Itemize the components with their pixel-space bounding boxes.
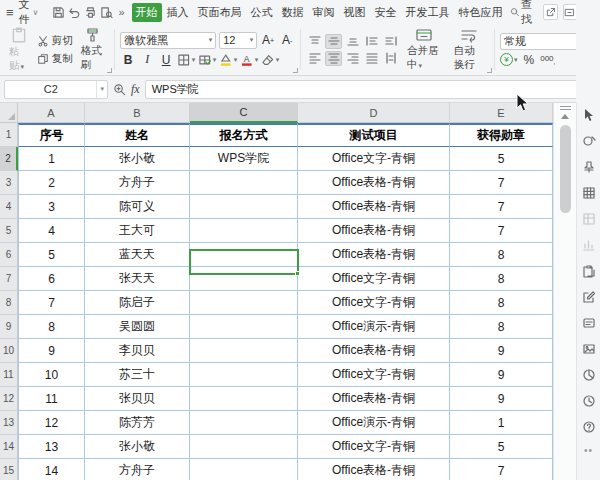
- cell[interactable]: 1: [450, 411, 553, 435]
- currency-format-icon[interactable]: ¥▾: [500, 53, 518, 66]
- cell[interactable]: 5: [450, 435, 553, 459]
- cell-a2[interactable]: 1: [18, 147, 85, 171]
- distributed-icon[interactable]: [382, 51, 399, 66]
- tab-dev-tools[interactable]: 开发工具: [402, 3, 454, 22]
- cell[interactable]: [190, 339, 298, 363]
- cell[interactable]: [190, 411, 298, 435]
- shapes-icon[interactable]: [581, 133, 596, 148]
- cell[interactable]: 5: [18, 243, 85, 267]
- tab-review[interactable]: 审阅: [309, 3, 339, 22]
- tab-home[interactable]: 开始: [132, 3, 162, 22]
- cell[interactable]: 12: [18, 411, 85, 435]
- cell[interactable]: Office演示-青铜: [298, 315, 450, 339]
- increase-indent-icon[interactable]: [382, 34, 399, 49]
- cell[interactable]: [190, 291, 298, 315]
- cell[interactable]: 陈启子: [85, 291, 190, 315]
- cell[interactable]: 9: [18, 339, 85, 363]
- cell[interactable]: Office表格-青铜: [298, 243, 450, 267]
- row-header[interactable]: 12: [0, 387, 18, 411]
- percent-format-icon[interactable]: %: [524, 53, 535, 67]
- rail-more-icon[interactable]: ••: [584, 445, 593, 456]
- cell[interactable]: 14: [18, 459, 85, 480]
- pie-chart-icon[interactable]: [581, 367, 596, 382]
- cell[interactable]: 张贝贝: [85, 387, 190, 411]
- align-top-icon[interactable]: [306, 34, 323, 49]
- name-box[interactable]: C2 ▾: [4, 80, 108, 99]
- header-cell[interactable]: 姓名: [85, 123, 190, 147]
- row-header[interactable]: 5: [0, 219, 18, 243]
- cell[interactable]: [190, 435, 298, 459]
- cell-style-icon[interactable]: ▾: [198, 52, 216, 68]
- row-header[interactable]: 7: [0, 267, 18, 291]
- tab-special-features[interactable]: 特色应用: [455, 3, 507, 22]
- underline-button[interactable]: U: [158, 52, 174, 68]
- paste-button[interactable]: 粘贴▾: [5, 25, 33, 74]
- name-box-chevron-icon[interactable]: ▾: [96, 81, 107, 98]
- row-header[interactable]: 13: [0, 411, 18, 435]
- more-quick-icons[interactable]: »: [116, 6, 126, 18]
- cell-b2[interactable]: 张小敬: [85, 147, 190, 171]
- cell[interactable]: [190, 459, 298, 480]
- align-left-icon[interactable]: [306, 51, 323, 66]
- borders-icon[interactable]: ▾: [177, 52, 195, 68]
- column-header-a[interactable]: A: [18, 103, 85, 123]
- cell[interactable]: 3: [18, 195, 85, 219]
- column-header-c[interactable]: C: [190, 103, 298, 123]
- row-header[interactable]: 4: [0, 195, 18, 219]
- cell[interactable]: 6: [18, 267, 85, 291]
- help-panel-icon[interactable]: [581, 419, 596, 434]
- cell[interactable]: [190, 219, 298, 243]
- cell[interactable]: Office文字-青铜: [298, 363, 450, 387]
- header-cell[interactable]: 报名方式: [190, 123, 298, 147]
- bold-button[interactable]: B: [120, 52, 136, 68]
- row-header[interactable]: 8: [0, 291, 18, 315]
- cell[interactable]: Office表格-青铜: [298, 459, 450, 480]
- cell[interactable]: 陈芳芳: [85, 411, 190, 435]
- row-header[interactable]: 11: [0, 363, 18, 387]
- font-family-select[interactable]: 微软雅黑▾: [120, 32, 216, 49]
- cell[interactable]: 方舟子: [85, 459, 190, 480]
- table-tool-icon[interactable]: [581, 185, 596, 200]
- fill-color-icon[interactable]: ▾: [219, 52, 237, 68]
- copy-button[interactable]: 复制: [37, 52, 73, 66]
- cell[interactable]: Office表格-青铜: [298, 171, 450, 195]
- decrease-indent-icon[interactable]: [363, 34, 380, 49]
- row-header-1[interactable]: 1: [0, 123, 18, 147]
- share-icon[interactable]: [543, 4, 558, 20]
- tab-data[interactable]: 数据: [278, 3, 308, 22]
- cell[interactable]: 11: [18, 387, 85, 411]
- cell[interactable]: [190, 363, 298, 387]
- magnifier-icon[interactable]: [113, 83, 126, 96]
- column-header-b[interactable]: B: [85, 103, 190, 123]
- cell[interactable]: [190, 195, 298, 219]
- align-right-icon[interactable]: [344, 51, 361, 66]
- pointer-tool-icon[interactable]: [581, 107, 596, 122]
- card-panel-icon[interactable]: [581, 315, 596, 330]
- file-menu[interactable]: 文件: [19, 0, 30, 27]
- cell[interactable]: 4: [18, 219, 85, 243]
- cell[interactable]: 8: [450, 243, 553, 267]
- cell[interactable]: [190, 171, 298, 195]
- cell[interactable]: 13: [18, 435, 85, 459]
- cell-c2-selected[interactable]: WPS学院: [190, 147, 298, 171]
- cell[interactable]: 10: [18, 363, 85, 387]
- cell[interactable]: 8: [450, 267, 553, 291]
- align-bottom-icon[interactable]: [344, 34, 361, 49]
- tab-security[interactable]: 安全: [371, 3, 401, 22]
- cut-button[interactable]: 剪切: [37, 34, 73, 48]
- row-header[interactable]: 15: [0, 459, 18, 480]
- scroll-up-icon[interactable]: [561, 114, 569, 119]
- cell[interactable]: 8: [18, 315, 85, 339]
- cell-e2[interactable]: 5: [450, 147, 553, 171]
- clipboard-dialog-launcher[interactable]: [107, 68, 112, 73]
- eraser-icon[interactable]: ▾: [261, 52, 279, 68]
- cell[interactable]: 8: [450, 315, 553, 339]
- split-handle[interactable]: [560, 106, 571, 110]
- cell[interactable]: Office文字-青铜: [298, 267, 450, 291]
- scrollbar-thumb[interactable]: [560, 125, 571, 213]
- column-header-d[interactable]: D: [298, 103, 450, 123]
- decrease-font-icon[interactable]: A-: [279, 32, 295, 48]
- tab-view[interactable]: 视图: [340, 3, 370, 22]
- cell[interactable]: [190, 387, 298, 411]
- cell[interactable]: 张小敬: [85, 435, 190, 459]
